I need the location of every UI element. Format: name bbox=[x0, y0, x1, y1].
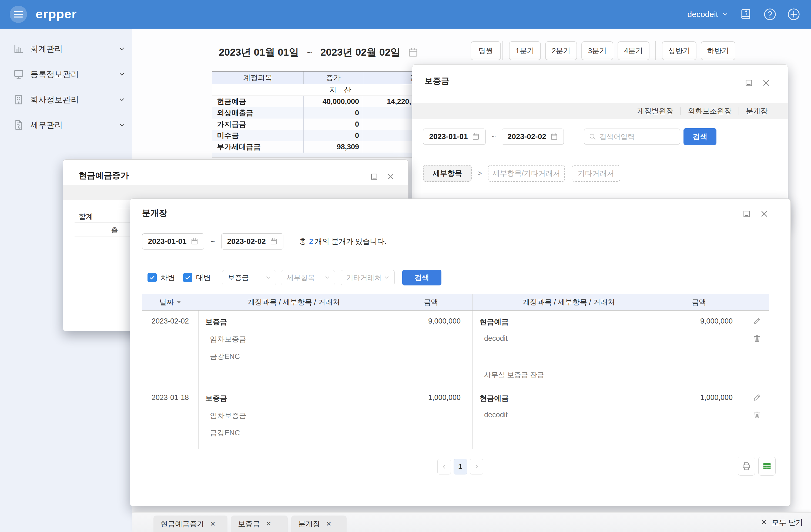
menu-toggle-button[interactable] bbox=[10, 6, 27, 23]
table-row-partial bbox=[212, 153, 412, 157]
export-excel-button[interactable] bbox=[758, 457, 776, 475]
date-from-input[interactable]: 2023-01-01 bbox=[142, 233, 204, 250]
detail-step-row: 세부항목 > 세부항목/기타거래처 기타거래처 bbox=[423, 165, 620, 182]
edit-icon[interactable] bbox=[752, 316, 762, 326]
tab-close-icon[interactable]: ✕ bbox=[210, 520, 216, 528]
credit-checkbox[interactable] bbox=[183, 273, 192, 282]
journal-row[interactable]: 2023-01-18 보증금 임차보증금 금강ENC 1,000,000 현금예… bbox=[142, 387, 769, 449]
monitor-icon bbox=[13, 68, 24, 80]
account-select[interactable]: 보증금 bbox=[222, 270, 276, 285]
manual-book-icon[interactable] bbox=[740, 8, 753, 21]
sidebar-item-label: 세무관리 bbox=[30, 120, 63, 131]
user-menu[interactable]: decodeit bbox=[688, 10, 729, 19]
chevron-down-icon bbox=[324, 275, 331, 281]
minimize-icon[interactable] bbox=[744, 78, 754, 88]
tab-close-icon[interactable]: ✕ bbox=[326, 520, 332, 528]
minimize-icon[interactable] bbox=[742, 209, 752, 219]
period-h1-button[interactable]: 상반기 bbox=[662, 41, 697, 60]
chevron-left-icon bbox=[441, 464, 447, 470]
date-to-input[interactable]: 2023-02-02 bbox=[502, 128, 564, 145]
delete-icon[interactable] bbox=[752, 334, 762, 343]
sidebar-item-label: 등록정보관리 bbox=[30, 69, 79, 80]
link-account-ledger[interactable]: 계정별원장 bbox=[630, 107, 680, 115]
tab-close-icon[interactable]: ✕ bbox=[266, 520, 271, 528]
debit-detail-item: 임차보증금 bbox=[210, 411, 246, 421]
table-header-row: 계정과목 증가 감소 bbox=[212, 72, 412, 84]
toolbar-strip bbox=[63, 185, 408, 200]
search-input[interactable]: 검색어입력 bbox=[584, 128, 680, 145]
detail-item-select[interactable]: 세부항목 bbox=[281, 270, 335, 285]
step-partner-button[interactable]: 기타거래처 bbox=[572, 165, 620, 182]
sidebar-item-registration-info[interactable]: 등록정보관리 bbox=[0, 62, 132, 87]
close-icon[interactable] bbox=[760, 209, 769, 219]
journal-filter-row: 차변 대변 보증금 세부항목 기타거래처 bbox=[148, 270, 441, 285]
link-foreign-currency-ledger[interactable]: 외화보조원장 bbox=[680, 107, 739, 115]
modal-title: 현금예금증가 bbox=[79, 170, 129, 181]
bar-chart-icon bbox=[13, 43, 24, 54]
search-button[interactable]: 검색 bbox=[402, 270, 441, 285]
sidebar-item-company-info[interactable]: 회사정보관리 bbox=[0, 87, 132, 112]
account-name: 미수금 bbox=[212, 130, 304, 141]
tab-label: 현금예금증가 bbox=[160, 519, 204, 529]
column-header-date[interactable]: 날짜 bbox=[142, 294, 198, 310]
close-icon[interactable] bbox=[386, 172, 395, 181]
period-q2-button[interactable]: 2분기 bbox=[545, 41, 577, 60]
edit-icon[interactable] bbox=[752, 393, 762, 402]
period-current-month-button[interactable]: 당월 bbox=[471, 41, 501, 60]
date-to-input[interactable]: 2023-02-02 bbox=[221, 233, 284, 250]
spreadsheet-icon bbox=[762, 461, 772, 471]
search-button[interactable]: 검색 bbox=[684, 128, 717, 145]
step-detail-or-partner-button[interactable]: 세부항목/기타거래처 bbox=[488, 165, 565, 182]
print-button[interactable] bbox=[738, 457, 755, 475]
sidebar-item-accounting[interactable]: 회계관리 bbox=[0, 36, 132, 62]
previous-page-button[interactable] bbox=[438, 459, 451, 474]
close-icon[interactable] bbox=[761, 78, 771, 88]
detail-item-select-value: 세부항목 bbox=[287, 273, 315, 282]
journal-row[interactable]: 2023-02-02 보증금 임차보증금 금강ENC 9,000,000 현금예… bbox=[142, 311, 769, 387]
add-icon[interactable] bbox=[787, 8, 800, 21]
step-arrow: > bbox=[478, 169, 482, 178]
period-quick-buttons: 당월 1분기 2분기 3분기 4분기 상반기 하반기 bbox=[471, 41, 740, 61]
close-icon: ✕ bbox=[761, 518, 767, 527]
modal-title: 분개장 bbox=[142, 207, 167, 219]
table-row[interactable]: 가지급금 0 bbox=[212, 119, 412, 130]
account-select-value: 보증금 bbox=[228, 273, 249, 282]
table-row[interactable]: 현금예금 40,000,000 14,220, bbox=[212, 96, 412, 107]
close-all-button[interactable]: ✕ 모두 닫기 bbox=[761, 513, 803, 532]
taskbar-tab-deposit[interactable]: 보증금 ✕ bbox=[231, 516, 288, 532]
partner-select[interactable]: 기타거래처 bbox=[341, 270, 395, 285]
period-q4-button[interactable]: 4분기 bbox=[617, 41, 649, 60]
calendar-icon[interactable] bbox=[408, 47, 419, 58]
sidebar-item-tax[interactable]: 세무관리 bbox=[0, 112, 132, 138]
delete-icon[interactable] bbox=[752, 410, 762, 419]
page-number-button[interactable]: 1 bbox=[454, 459, 467, 474]
minimize-icon[interactable] bbox=[370, 172, 379, 181]
report-date-range[interactable]: 2023년 01월 01일 ~ 2023년 02월 02일 bbox=[219, 43, 419, 62]
account-name: 가지급금 bbox=[212, 119, 304, 130]
date-from-input[interactable]: 2023-01-01 bbox=[423, 128, 486, 145]
step-detail-item-button[interactable]: 세부항목 bbox=[423, 165, 472, 182]
taskbar-tab-cash-increase[interactable]: 현금예금증가 ✕ bbox=[153, 516, 228, 532]
column-header-debit-account: 계정과목 / 세부항목 / 거래처 bbox=[198, 294, 389, 310]
range-tilde: ~ bbox=[307, 47, 312, 58]
journal-count-summary: 총2개의 분개가 있습니다. bbox=[299, 237, 387, 246]
period-q3-button[interactable]: 3분기 bbox=[581, 41, 613, 60]
top-header: erpper decodeit bbox=[0, 0, 811, 29]
app-window: erpper decodeit bbox=[0, 0, 811, 532]
total-label: 합계 bbox=[79, 212, 93, 221]
next-page-button[interactable] bbox=[470, 459, 483, 474]
debit-checkbox[interactable] bbox=[148, 273, 157, 282]
chevron-down-icon bbox=[265, 275, 272, 281]
period-q1-button[interactable]: 1분기 bbox=[509, 41, 541, 60]
table-row[interactable]: 부가세대급금 98,309 bbox=[212, 141, 412, 153]
summary-prefix: 총 bbox=[299, 237, 306, 246]
link-journal[interactable]: 분개장 bbox=[739, 107, 775, 115]
table-row[interactable]: 미수금 0 bbox=[212, 130, 412, 141]
chevron-down-icon bbox=[118, 122, 125, 128]
table-row[interactable]: 외상매출금 0 bbox=[212, 107, 412, 119]
period-h2-button[interactable]: 하반기 bbox=[701, 41, 735, 60]
taskbar-tab-journal[interactable]: 분개장 ✕ bbox=[291, 516, 347, 532]
credit-partner: decodit bbox=[484, 411, 508, 419]
help-icon[interactable] bbox=[763, 8, 777, 21]
increase-value: 40,000,000 bbox=[304, 96, 363, 107]
